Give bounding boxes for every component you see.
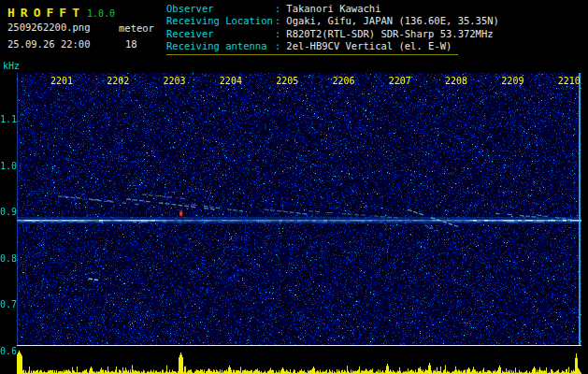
- app-title-letter: R: [21, 6, 28, 20]
- app-title-letter: T: [72, 6, 79, 20]
- time-tick-label: 2202: [107, 76, 129, 86]
- info-label: Receiving Location: [166, 15, 275, 27]
- echo-count: 18: [125, 38, 137, 50]
- info-label: Observer: [166, 3, 275, 15]
- signal-level-canvas: [17, 347, 581, 374]
- time-tick-label: 2207: [389, 76, 411, 86]
- info-row: Receiving antenna:2el-HB9CV Vertical (el…: [166, 40, 499, 52]
- info-row: Observer:Takanori Kawachi: [166, 3, 499, 15]
- info-underline: [166, 54, 458, 55]
- freq-unit-label: kHz: [3, 61, 20, 71]
- time-tick-label: 2208: [445, 76, 467, 86]
- mode-label: meteor: [119, 22, 154, 34]
- time-tick-label: 2209: [501, 76, 523, 86]
- info-colon: :: [275, 3, 280, 15]
- info-value: 2el-HB9CV Vertical (el. E-W): [286, 40, 452, 52]
- time-tick-label: 2205: [276, 76, 298, 86]
- freq-tick-label: 0.7: [0, 299, 14, 309]
- info-row: Receiving Location:Ogaki, Gifu, JAPAN (1…: [166, 15, 499, 27]
- info-row: Receiver:R820T2(RTL-SDR) SDR-Sharp 53.37…: [166, 28, 499, 40]
- app-title-letter: O: [34, 6, 41, 20]
- freq-tick-label: 1.1: [0, 114, 14, 124]
- app-title-letter: F: [46, 6, 53, 20]
- app-title: HROFFT1.0.0: [7, 3, 115, 21]
- info-value: R820T2(RTL-SDR) SDR-Sharp 53.372MHz: [286, 28, 493, 40]
- app-version: 1.0.0: [87, 8, 115, 19]
- freq-tick-label: 1.0: [0, 161, 14, 171]
- time-tick-label: 2206: [332, 76, 354, 86]
- app-title-letter: H: [7, 6, 15, 20]
- time-tick-label: 2203: [164, 76, 186, 86]
- output-filename: 2509262200.png: [7, 22, 91, 33]
- time-tick-label: 2201: [50, 76, 73, 86]
- info-colon: :: [275, 28, 280, 40]
- freq-tick-label: 0.8: [0, 253, 14, 264]
- info-value: Ogaki, Gifu, JAPAN (136.60E, 35.35N): [286, 15, 499, 27]
- time-tick-label: 2210: [558, 76, 581, 86]
- hrofft-window: HROFFT1.0.0 2509262200.png meteor 25.09.…: [0, 0, 588, 374]
- spectrogram-canvas: [17, 73, 581, 346]
- freq-tick-label: 0.6: [0, 346, 14, 356]
- freq-tick-label: 0.9: [0, 207, 14, 217]
- info-colon: :: [275, 15, 280, 27]
- info-colon: :: [275, 40, 280, 52]
- info-label: Receiving antenna: [166, 40, 275, 52]
- info-value: Takanori Kawachi: [286, 3, 380, 15]
- timestamp: 25.09.26 22:00: [7, 38, 91, 50]
- app-title-letter: F: [59, 6, 66, 20]
- info-label: Receiver: [166, 28, 275, 40]
- level-reference-line: [17, 345, 581, 346]
- time-tick-label: 2204: [220, 76, 242, 86]
- info-table: Observer:Takanori KawachiReceiving Locat…: [166, 3, 499, 53]
